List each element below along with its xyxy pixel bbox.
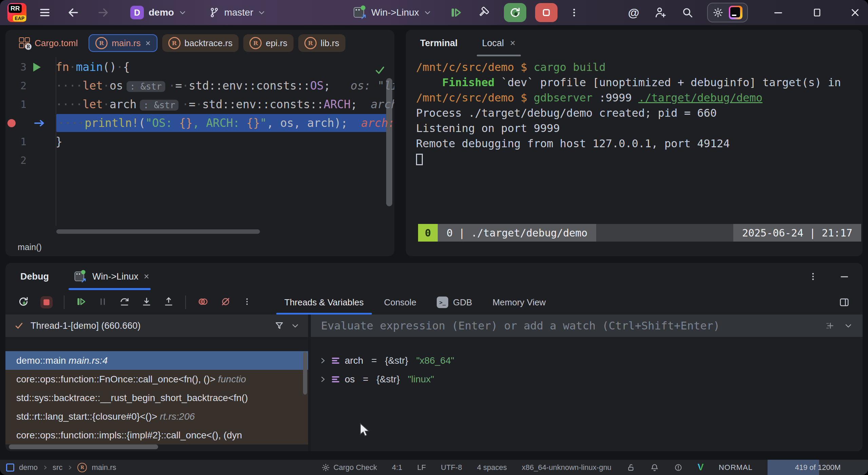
ai-assistant-icon[interactable]: @ [628,6,639,19]
mute-breakpoints-icon[interactable] [220,296,231,309]
expand-chevron-icon[interactable] [319,357,326,364]
chevron-down-icon[interactable] [844,322,852,330]
stack-frame[interactable]: std::sys::backtrace::__rust_begin_short_… [5,388,308,407]
terminal-output[interactable]: /mnt/c/src/demo $ cargo build Finished `… [406,56,863,167]
vcs-branch-selector[interactable]: master [209,7,266,18]
view-breakpoints-icon[interactable] [197,296,209,309]
evaluate-expression-input[interactable]: Evaluate expression (Enter) or add a wat… [321,319,816,332]
stop-icon[interactable] [40,296,53,308]
variable-row[interactable]: os = {&str} "linux" [311,370,863,388]
tab-threads-variables[interactable]: Threads & Variables [284,290,364,315]
editor-tab-epi-rs[interactable]: R epi.rs [243,34,294,52]
editor-vertical-scrollbar[interactable] [386,78,392,206]
stack-frame[interactable]: core::ops::function::FnOnce::call_once<f… [5,370,308,388]
run-config-selector[interactable]: Win->Linux [354,6,431,19]
code-line[interactable]: 1} [5,132,394,151]
expand-chevron-icon[interactable] [319,376,326,383]
thread-selector[interactable]: Thread-1-[demo] (660.660) [5,315,308,337]
add-watch-icon[interactable] [825,321,835,331]
breakpoint[interactable] [5,119,29,127]
tab-memory-view[interactable]: Memory View [492,290,546,315]
step-over-icon[interactable] [119,296,130,308]
frames-horizontal-scrollbar[interactable] [9,444,158,449]
close-tab-icon[interactable]: × [144,271,149,282]
debug-session-tab[interactable]: Win->Linux × [74,263,149,290]
code-line[interactable]: 3fn·main()·{ [5,58,394,76]
pause-icon[interactable] [98,297,108,308]
project-selector[interactable]: D demo [130,6,186,19]
hide-panel-icon[interactable] [839,271,850,282]
line-number[interactable]: 1 [5,136,26,148]
search-everywhere-button[interactable] [681,6,694,19]
resume-program-button[interactable] [449,6,462,19]
maximize-button[interactable] [812,7,823,18]
notifications-bell-icon[interactable] [650,463,659,472]
code-line[interactable]: 1····let·arch: &str·=·std::env::consts::… [5,95,394,114]
code-line[interactable]: 2 [5,151,394,170]
stack-frame[interactable]: std::rt::lang_start::{closure#0}<()> rt.… [5,407,308,426]
line-number[interactable]: 3 [5,61,26,73]
cargo-check-widget[interactable]: Cargo Check [321,463,377,472]
variable-row[interactable]: arch = {&str} "x86_64" [311,351,863,370]
editor-tab-lib-rs[interactable]: R lib.rs [298,34,345,52]
line-number[interactable]: 2 [5,80,26,92]
rerun-debug-icon[interactable] [18,296,29,309]
resume-icon[interactable] [76,296,87,308]
unlocked-icon[interactable] [626,463,635,472]
editor-tab-cargo-toml[interactable]: R Cargo.toml [13,34,84,52]
debug-options-kebab[interactable] [808,272,818,281]
code-area[interactable]: 3fn·main()·{2····let·os: &str·=·std::env… [5,58,394,170]
pane-divider[interactable] [308,315,311,451]
line-number[interactable]: 2 [5,154,26,166]
indent-style[interactable]: 4 spaces [477,463,507,472]
stack-frame[interactable]: core::ops::function::impls::{impl#2}::ca… [5,426,308,444]
breadcrumb-project[interactable]: demo [19,463,38,472]
chevron-down-icon[interactable] [291,322,299,330]
main-menu-button[interactable] [39,6,51,19]
editor-breadcrumb[interactable]: main() [18,242,42,252]
filter-funnel-icon[interactable] [274,321,284,331]
step-into-icon[interactable] [141,296,152,308]
forward-button[interactable] [97,6,109,19]
rerun-debug-button[interactable] [504,3,526,22]
close-tab-icon[interactable]: × [510,38,515,49]
tab-gdb[interactable]: >_ GDB [437,290,472,315]
code-line[interactable]: ····println!("OS: {}, ARCH: {}", os, arc… [5,114,394,132]
evaluate-expression-row[interactable]: Evaluate expression (Enter) or add a wat… [311,315,863,337]
stack-frame[interactable]: demo::main main.rs:4 [5,351,308,370]
line-separator[interactable]: LF [417,463,426,472]
project-widget-icon[interactable] [6,463,14,472]
close-button[interactable] [850,7,861,18]
layout-settings-icon[interactable] [839,290,850,315]
gutter-icon-cell[interactable] [26,63,56,72]
settings-group[interactable] [707,3,748,22]
editor-tab-backtrace-rs[interactable]: R backtrace.rs [162,34,239,52]
code-line[interactable]: 2····let·os: &str·=·std::env::consts::OS… [5,76,394,95]
back-button[interactable] [67,6,79,19]
breadcrumb-dir[interactable]: src [53,463,62,472]
tab-console[interactable]: Console [384,290,416,315]
minimize-button[interactable] [773,7,784,18]
target-triple[interactable]: x86_64-unknown-linux-gnu [522,463,611,472]
vim-mode[interactable]: NORMAL [719,463,753,472]
frames-vertical-scrollbar[interactable] [303,352,307,395]
gutter-icon-cell[interactable] [29,119,58,128]
ideavim-icon[interactable]: V [698,462,704,473]
close-tab-icon[interactable]: × [145,38,150,49]
more-actions-kebab[interactable] [569,7,579,18]
editor-horizontal-scrollbar[interactable] [56,229,260,234]
memory-indicator[interactable]: 419 of 1200M [768,460,868,475]
terminal-title[interactable]: Terminal [420,38,458,49]
problems-icon[interactable] [674,463,683,472]
run-line-icon[interactable] [33,63,41,72]
toolbar-kebab-icon[interactable] [243,297,251,307]
code-with-me-button[interactable] [654,6,667,19]
file-encoding[interactable]: UTF-8 [441,463,462,472]
terminal-tab-local[interactable]: Local × [482,30,515,56]
stop-button[interactable] [535,3,558,22]
build-hammer-button[interactable] [477,6,490,19]
breadcrumb-file[interactable]: main.rs [92,463,116,472]
step-out-icon[interactable] [163,296,174,308]
caret-position[interactable]: 4:1 [392,463,402,472]
line-number[interactable]: 1 [5,98,26,110]
